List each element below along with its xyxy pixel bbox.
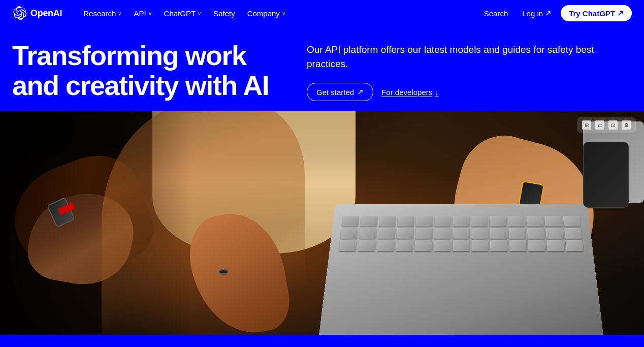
key [564, 228, 582, 239]
external-link-icon: ↗ [545, 9, 552, 18]
key [340, 228, 358, 239]
nav-item-api[interactable]: API ∨ [128, 6, 156, 21]
external-arrow-icon: ↗ [357, 87, 364, 97]
chevron-down-icon: ∨ [148, 11, 152, 16]
image-icon[interactable]: ⊡ [608, 120, 618, 130]
settings-icon[interactable]: ⚙ [622, 120, 631, 130]
key [508, 216, 525, 227]
ring-center [218, 269, 229, 275]
chevron-down-icon: ∨ [282, 11, 285, 16]
key [490, 240, 507, 251]
navbar: OpenAI Research ∨ API ∨ ChatGPT ∨ Safety… [0, 0, 644, 26]
key [358, 240, 375, 251]
key [471, 240, 489, 251]
key [563, 216, 581, 227]
key [377, 240, 395, 251]
key [526, 216, 543, 227]
key [414, 240, 432, 251]
get-started-button[interactable]: Get started ↗ [307, 83, 373, 101]
key [359, 228, 377, 239]
key [508, 228, 526, 239]
brand-logo[interactable]: OpenAI [12, 6, 62, 20]
key [339, 240, 357, 251]
key [490, 228, 507, 239]
arrow-icon: ↗ [617, 9, 624, 18]
key [546, 240, 564, 251]
chevron-down-icon: ∨ [198, 11, 201, 16]
nav-item-safety[interactable]: Safety [208, 6, 240, 21]
key [396, 240, 413, 251]
key [434, 240, 451, 251]
nav-links: Research ∨ API ∨ ChatGPT ∨ Safety Compan… [78, 6, 479, 21]
brand-name: OpenAI [30, 8, 62, 19]
laptop [319, 205, 603, 335]
for-developers-button[interactable]: For developers ↓ [381, 88, 439, 97]
hero-image: ⊞ ▭ ⊡ ⚙ [0, 111, 644, 335]
key [379, 216, 396, 227]
keyboard [329, 208, 594, 256]
key [544, 216, 562, 227]
box-icon[interactable]: ▭ [595, 120, 604, 130]
key [509, 240, 527, 251]
try-chatgpt-button[interactable]: Try ChatGPT ↗ [561, 5, 632, 21]
key [453, 216, 470, 227]
chevron-down-icon: ∨ [118, 11, 121, 16]
key [528, 240, 545, 251]
key [397, 216, 414, 227]
key [434, 228, 450, 239]
key [453, 240, 470, 251]
key [471, 216, 488, 227]
key [527, 228, 545, 239]
image-overlay [0, 111, 644, 335]
nav-item-chatgpt[interactable]: ChatGPT ∨ [159, 6, 207, 21]
key [471, 228, 488, 239]
image-toolbar: ⊞ ▭ ⊡ ⚙ [577, 117, 636, 133]
hero-title: Transforming work and creativity with AI [12, 41, 276, 101]
key [434, 216, 451, 227]
hero-description: Our API platform offers our latest model… [307, 43, 596, 71]
hero-title-area: Transforming work and creativity with AI [12, 41, 276, 101]
key [378, 228, 396, 239]
nav-item-company[interactable]: Company ∨ [242, 6, 291, 21]
phone [583, 142, 629, 208]
hero-cta-buttons: Get started ↗ For developers ↓ [307, 83, 632, 101]
grid-view-icon[interactable]: ⊞ [582, 120, 591, 130]
login-button[interactable]: Log in ↗ [517, 6, 557, 21]
key [545, 228, 563, 239]
key [453, 228, 469, 239]
key [490, 216, 506, 227]
search-button[interactable]: Search [479, 6, 513, 21]
nav-item-research[interactable]: Research ∨ [78, 6, 126, 21]
key [415, 228, 433, 239]
nav-right: Search Log in ↗ Try ChatGPT ↗ [479, 5, 632, 21]
key [416, 216, 433, 227]
key [565, 240, 584, 251]
key [342, 216, 360, 227]
key [360, 216, 378, 227]
hero-section: Transforming work and creativity with AI… [0, 26, 644, 111]
key [397, 228, 414, 239]
hero-content-area: Our API platform offers our latest model… [307, 41, 632, 101]
down-arrow-icon: ↓ [435, 88, 439, 97]
openai-logo-icon [12, 6, 26, 20]
